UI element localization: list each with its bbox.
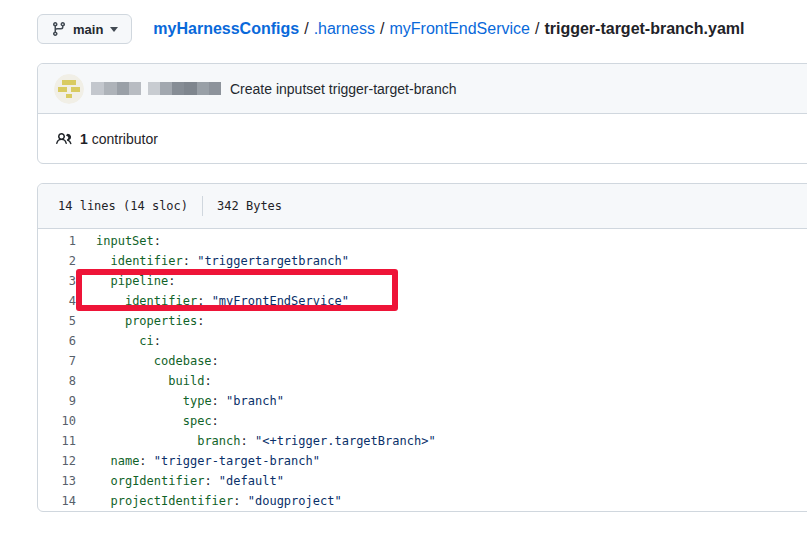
line-number[interactable]: 12	[38, 451, 76, 471]
redacted-block	[184, 82, 197, 95]
chevron-down-icon	[110, 27, 118, 32]
breadcrumb-current-file: trigger-target-branch.yaml	[544, 20, 744, 37]
file-lines-info: 14 lines (14 sloc)	[58, 199, 188, 213]
code-line-content: identifier: "triggertargetbranch"	[76, 254, 349, 268]
breadcrumb-separator: /	[375, 20, 389, 37]
breadcrumb-separator: /	[530, 20, 544, 37]
line-number[interactable]: 9	[38, 391, 76, 411]
line-number[interactable]: 11	[38, 431, 76, 451]
redacted-block	[148, 82, 160, 95]
redacted-block	[104, 82, 117, 95]
code-line-content: branch: "<+trigger.targetBranch>"	[76, 434, 436, 448]
commit-message-link[interactable]: Create inputset trigger-target-branch	[230, 81, 456, 97]
line-number[interactable]: 6	[38, 331, 76, 351]
code-line: 9 type: "branch"	[38, 391, 807, 411]
contributor-count: 1	[80, 131, 88, 147]
code-line-content: build:	[76, 374, 212, 388]
breadcrumb-link[interactable]: myHarnessConfigs	[153, 20, 299, 37]
code-line-content: pipeline:	[76, 274, 175, 288]
page: main myHarnessConfigs/.harness/myFrontEn…	[0, 0, 807, 533]
redacted-block	[129, 82, 141, 95]
code-line-content: orgIdentifier: "default"	[76, 474, 284, 488]
people-icon	[56, 131, 72, 147]
line-number[interactable]: 2	[38, 251, 76, 271]
redacted-block	[91, 82, 104, 95]
code-viewer: 1inputSet:2 identifier: "triggertargetbr…	[38, 229, 807, 515]
commit-author-name-redacted	[91, 82, 221, 95]
line-number[interactable]: 13	[38, 471, 76, 491]
branch-name-label: main	[73, 22, 103, 37]
code-line: 10 spec:	[38, 411, 807, 431]
meta-divider	[202, 196, 203, 216]
code-line: 3 pipeline:	[38, 271, 807, 291]
code-line: 11 branch: "<+trigger.targetBranch>"	[38, 431, 807, 451]
line-number[interactable]: 3	[38, 271, 76, 291]
code-line: 1inputSet:	[38, 231, 807, 251]
code-line: 4 identifier: "myFrontEndService"	[38, 291, 807, 311]
redacted-gap	[141, 82, 148, 95]
commit-box: Create inputset trigger-target-branch 1 …	[37, 63, 807, 164]
code-line: 6 ci:	[38, 331, 807, 351]
file-content-box: 14 lines (14 sloc) 342 Bytes 1inputSet:2…	[37, 183, 807, 512]
code-line: 5 properties:	[38, 311, 807, 331]
code-line: 14 projectIdentifier: "dougproject"	[38, 491, 807, 511]
redacted-block	[117, 82, 129, 95]
code-line-content: identifier: "myFrontEndService"	[76, 294, 349, 308]
code-line-content: ci:	[76, 334, 161, 348]
code-line-content: spec:	[76, 414, 219, 428]
line-number[interactable]: 10	[38, 411, 76, 431]
file-size-info: 342 Bytes	[217, 199, 282, 213]
code-line: 13 orgIdentifier: "default"	[38, 471, 807, 491]
line-number[interactable]: 1	[38, 231, 76, 251]
line-number[interactable]: 14	[38, 491, 76, 511]
file-meta-bar: 14 lines (14 sloc) 342 Bytes	[38, 184, 807, 229]
code-line-content: projectIdentifier: "dougproject"	[76, 494, 342, 508]
code-line: 12 name: "trigger-target-branch"	[38, 451, 807, 471]
redacted-block	[209, 82, 221, 95]
line-number[interactable]: 7	[38, 351, 76, 371]
redacted-block	[197, 82, 209, 95]
breadcrumb-separator: /	[299, 20, 313, 37]
branch-selector-button[interactable]: main	[37, 14, 132, 44]
git-branch-icon	[51, 21, 67, 37]
commit-author-avatar[interactable]	[54, 74, 84, 104]
redacted-block	[160, 82, 172, 95]
line-number[interactable]: 4	[38, 291, 76, 311]
code-line-content: inputSet:	[76, 234, 161, 248]
code-line: 2 identifier: "triggertargetbranch"	[38, 251, 807, 271]
code-line-content: name: "trigger-target-branch"	[76, 454, 320, 468]
line-number[interactable]: 5	[38, 311, 76, 331]
code-line-content: codebase:	[76, 354, 219, 368]
contributors-row[interactable]: 1 contributor	[38, 114, 807, 163]
code-line-content: type: "branch"	[76, 394, 284, 408]
contributors-label: 1 contributor	[80, 131, 158, 147]
code-line-content: properties:	[76, 314, 204, 328]
line-number[interactable]: 8	[38, 371, 76, 391]
breadcrumb: myHarnessConfigs/.harness/myFrontEndServ…	[153, 20, 744, 38]
code-line: 7 codebase:	[38, 351, 807, 371]
breadcrumb-link[interactable]: myFrontEndService	[389, 20, 530, 37]
code-line: 8 build:	[38, 371, 807, 391]
redacted-block	[172, 82, 184, 95]
latest-commit-bar: Create inputset trigger-target-branch	[38, 64, 807, 114]
breadcrumb-link[interactable]: .harness	[314, 20, 375, 37]
file-header-bar: main myHarnessConfigs/.harness/myFrontEn…	[37, 14, 744, 44]
